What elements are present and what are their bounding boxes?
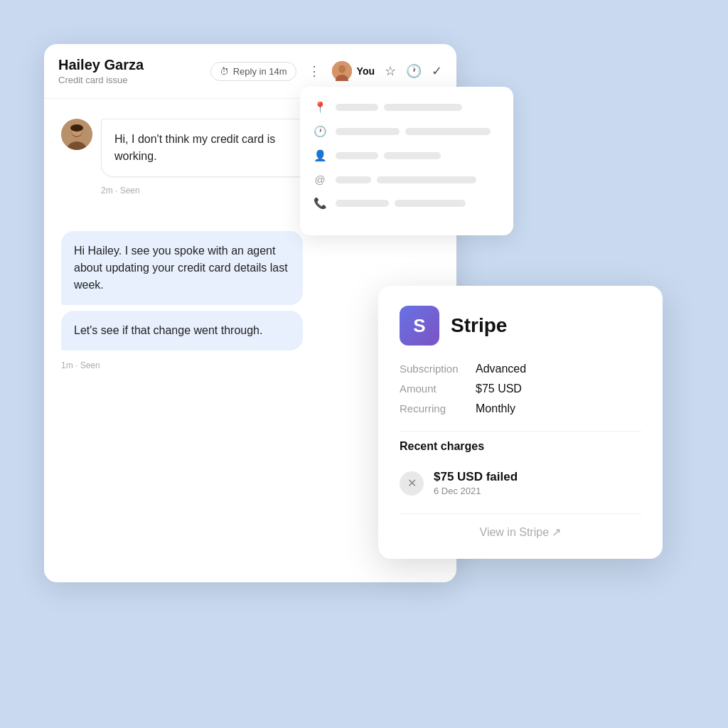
person-icon: 👤: [313, 149, 327, 162]
subscription-row: Subscription Advanced: [400, 363, 641, 375]
stripe-title: Stripe: [451, 314, 507, 337]
contact-bar: [336, 200, 389, 207]
reply-clock-icon: ⏱: [220, 66, 229, 77]
history-icon[interactable]: 🕐: [406, 63, 422, 79]
contact-bar: [377, 176, 476, 183]
contact-bars-person: [336, 152, 500, 159]
location-icon: 📍: [313, 101, 327, 114]
contact-bar: [336, 176, 371, 183]
chat-header-left: Hailey Garza Credit card issue: [58, 57, 202, 85]
contact-bar: [336, 128, 400, 135]
amount-label: Amount: [400, 382, 467, 395]
svg-point-1: [338, 65, 346, 73]
reply-badge: ⏱ Reply in 14m: [210, 62, 296, 81]
contact-row-email: @: [313, 173, 500, 186]
charge-row: ✕ $75 USD failed 6 Dec 2021: [400, 463, 641, 503]
sent-bubbles: Let's see if that change went through.: [61, 311, 404, 356]
agent-avatar: [332, 61, 352, 81]
recent-charges-title: Recent charges: [400, 440, 641, 453]
at-icon: @: [313, 173, 327, 186]
recurring-row: Recurring Monthly: [400, 402, 641, 415]
contact-row-phone: 📞: [313, 197, 500, 210]
contact-bars-location: [336, 104, 500, 111]
amount-value: $75 USD: [476, 382, 522, 395]
reply-badge-text: Reply in 14m: [233, 66, 287, 77]
stripe-logo: S: [400, 306, 439, 346]
contact-bar: [336, 152, 378, 159]
contact-bar: [395, 200, 466, 207]
sent-bubble-2: Let's see if that change went through.: [61, 311, 303, 350]
recurring-value: Monthly: [476, 402, 515, 415]
charge-date: 6 Dec 2021: [434, 486, 641, 496]
contact-bars-email: [336, 176, 500, 183]
svg-point-7: [70, 124, 83, 132]
agent-name: You: [357, 65, 375, 77]
stripe-header: S Stripe: [400, 306, 641, 346]
recurring-label: Recurring: [400, 402, 467, 414]
more-menu-icon[interactable]: ⋮: [305, 63, 323, 79]
received-bubble: Hi, I don't think my credit card is work…: [101, 119, 314, 177]
stripe-logo-letter: S: [413, 315, 425, 337]
scene: Hailey Garza Credit card issue ⏱ Reply i…: [44, 44, 684, 684]
contact-bars-phone: [336, 200, 500, 207]
header-actions: You ☆ 🕐 ✓: [332, 61, 442, 81]
sent-bubble-1: Hi Hailey. I see you spoke with an agent…: [61, 231, 303, 305]
contact-bar: [405, 128, 491, 135]
charge-amount: $75 USD failed: [434, 470, 641, 484]
contact-name: Hailey Garza: [58, 57, 202, 73]
subscription-value: Advanced: [476, 363, 526, 375]
contact-row-time: 🕐: [313, 125, 500, 138]
received-message-text: Hi, I don't think my credit card is work…: [114, 133, 275, 162]
subscription-label: Subscription: [400, 363, 467, 375]
stripe-divider-1: [400, 431, 641, 432]
time-icon: 🕐: [313, 125, 327, 138]
contact-bar: [384, 104, 462, 111]
agent-badge: You: [332, 61, 375, 81]
contact-card: 📍 🕐 👤 @: [300, 87, 513, 235]
contact-avatar: [61, 119, 92, 150]
stripe-card: S Stripe Subscription Advanced Amount $7…: [378, 286, 663, 559]
contact-row-location: 📍: [313, 101, 500, 114]
stripe-details: Subscription Advanced Amount $75 USD Rec…: [400, 363, 641, 415]
contact-issue: Credit card issue: [58, 75, 202, 85]
view-stripe-link[interactable]: View in Stripe ↗: [400, 513, 641, 542]
amount-row: Amount $75 USD: [400, 382, 641, 395]
contact-row-person: 👤: [313, 149, 500, 162]
contact-bars-time: [336, 128, 500, 135]
contact-bar: [336, 104, 378, 111]
star-icon[interactable]: ☆: [385, 63, 396, 79]
charge-failed-icon: ✕: [400, 471, 424, 496]
phone-icon: 📞: [313, 197, 327, 210]
contact-bar: [384, 152, 441, 159]
charge-info: $75 USD failed 6 Dec 2021: [434, 470, 641, 496]
check-icon[interactable]: ✓: [432, 63, 442, 79]
